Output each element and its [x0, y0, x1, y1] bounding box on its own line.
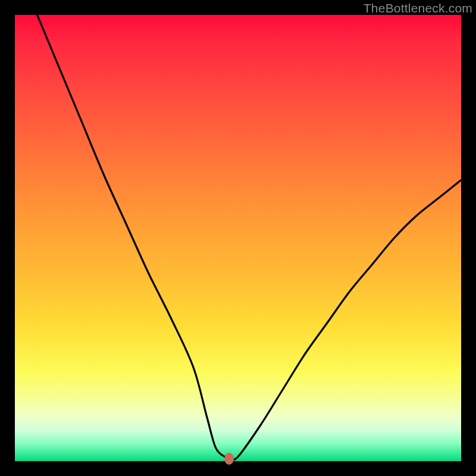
curve-svg: [15, 15, 461, 461]
watermark-text: TheBottleneck.com: [364, 1, 472, 15]
optimal-point-marker: [224, 453, 234, 465]
bottleneck-curve: [37, 15, 462, 460]
chart-frame: TheBottleneck.com: [0, 0, 476, 476]
plot-area: [15, 15, 461, 461]
